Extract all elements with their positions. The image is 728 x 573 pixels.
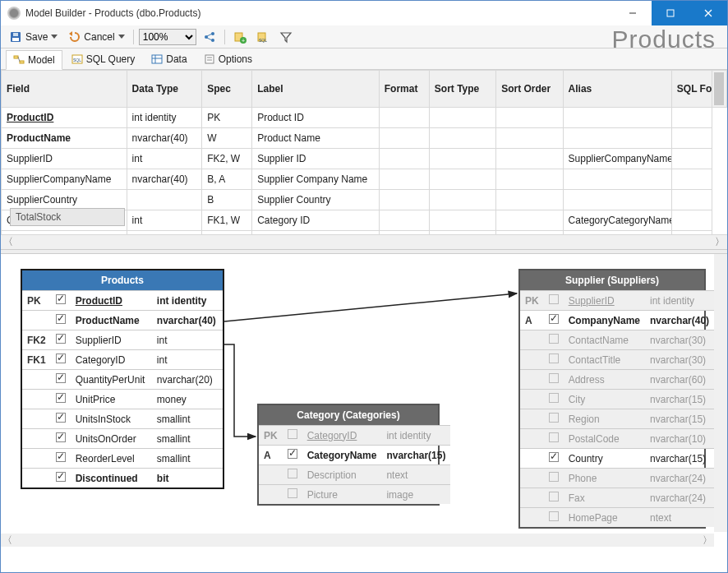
grid-vscroll[interactable] <box>712 71 726 108</box>
grid-cell[interactable] <box>671 231 712 235</box>
tab-data[interactable]: Data <box>144 49 194 69</box>
include-checkbox[interactable] <box>283 465 302 485</box>
entity-column[interactable]: FK2SupplierIDint <box>22 330 223 350</box>
include-checkbox[interactable] <box>51 390 71 409</box>
grid-cell[interactable]: CategoryCategoryName <box>2 231 127 235</box>
grid-cell[interactable] <box>563 190 671 210</box>
grid-cell[interactable] <box>563 231 671 235</box>
include-checkbox[interactable] <box>51 429 71 449</box>
canvas-hscroll[interactable]: 〈〉 <box>1 534 714 547</box>
grid-cell[interactable] <box>379 149 429 169</box>
floating-drag-field[interactable]: TotalStock <box>10 208 125 226</box>
grid-cell[interactable]: int identity <box>127 108 202 128</box>
grid-cell[interactable] <box>671 190 712 210</box>
grid-cell[interactable]: Product Name <box>252 128 380 149</box>
grid-cell[interactable] <box>496 108 563 128</box>
entity-column[interactable]: QuantityPerUnitnvarchar(20) <box>22 370 223 390</box>
include-checkbox[interactable] <box>544 390 564 409</box>
grid-header-cell[interactable]: SQL Fo <box>671 71 712 108</box>
grid-cell[interactable]: SupplierCountry <box>2 190 127 210</box>
grid-cell[interactable] <box>379 210 429 231</box>
grid-row[interactable]: SupplierIDintFK2, WSupplier IDSupplierCo… <box>2 149 727 169</box>
sql-column-button[interactable]: SQL <box>253 29 273 45</box>
grid-cell[interactable]: B, A <box>202 169 252 190</box>
grid-cell[interactable]: SupplierID <box>2 149 127 169</box>
grid-header-cell[interactable]: Data Type <box>127 71 202 108</box>
include-checkbox[interactable] <box>283 426 302 446</box>
include-checkbox[interactable] <box>283 446 302 465</box>
grid-cell[interactable]: Supplier ID <box>252 149 380 169</box>
grid-cell[interactable]: SupplierCompanyName <box>2 169 127 190</box>
filter-button[interactable] <box>276 29 296 45</box>
scroll-right-icon[interactable]: 〉 <box>701 534 714 548</box>
entity-column[interactable]: UnitPricemoney <box>22 390 223 409</box>
grid-cell[interactable]: ProductID <box>2 108 127 128</box>
grid-cell[interactable]: Category Name <box>252 231 380 235</box>
include-checkbox[interactable] <box>544 429 564 449</box>
grid-cell[interactable]: nvarchar(40) <box>127 169 202 190</box>
add-column-button[interactable]: + <box>230 29 250 45</box>
grid-cell[interactable]: Supplier Company Name <box>252 169 380 190</box>
grid-cell[interactable] <box>379 128 429 149</box>
grid-cell[interactable]: B, A <box>202 231 252 235</box>
entity-column[interactable]: PostalCodenvarchar(10) <box>520 429 714 449</box>
entity-column[interactable]: PKSupplierIDint identity <box>520 291 714 311</box>
grid-cell[interactable] <box>496 231 563 235</box>
entity-column[interactable]: Regionnvarchar(15) <box>520 409 714 429</box>
grid-cell[interactable] <box>379 231 429 235</box>
zoom-select[interactable]: 100% <box>139 29 196 45</box>
grid-row[interactable]: SupplierCountryBSupplier Country <box>2 190 727 210</box>
grid-cell[interactable] <box>671 169 712 190</box>
grid-cell[interactable] <box>429 169 495 190</box>
grid-cell[interactable] <box>563 128 671 149</box>
grid-cell[interactable] <box>379 169 429 190</box>
entity-column[interactable]: Citynvarchar(15) <box>520 390 714 409</box>
include-checkbox[interactable] <box>544 469 564 488</box>
grid-cell[interactable] <box>496 149 563 169</box>
grid-cell[interactable] <box>127 190 202 210</box>
entity-column[interactable]: FK1CategoryIDint <box>22 350 223 370</box>
canvas-vscroll[interactable] <box>714 254 727 532</box>
save-button[interactable]: Save <box>6 29 61 45</box>
grid-header-cell[interactable]: Sort Type <box>429 71 495 108</box>
include-checkbox[interactable] <box>51 469 71 488</box>
grid-cell[interactable] <box>429 108 495 128</box>
include-checkbox[interactable] <box>51 311 71 330</box>
grid-row[interactable]: ProductNamenvarchar(40)WProduct Name <box>2 128 727 149</box>
grid-cell[interactable] <box>379 190 429 210</box>
grid-cell[interactable] <box>671 108 712 128</box>
entity-column[interactable]: Addressnvarchar(60) <box>520 370 714 390</box>
grid-cell[interactable]: SupplierCompanyName <box>563 149 671 169</box>
minimize-button[interactable] <box>614 1 652 25</box>
grid-cell[interactable] <box>496 169 563 190</box>
entity-column[interactable]: ContactNamenvarchar(30) <box>520 330 714 350</box>
grid-cell[interactable]: Category ID <box>252 210 380 231</box>
entity-column[interactable]: Pictureimage <box>259 485 450 505</box>
grid-cell[interactable] <box>563 169 671 190</box>
grid-cell[interactable]: nvarchar(15) <box>127 231 202 235</box>
diagram-canvas[interactable]: Products PKProductIDint identityProductN… <box>1 254 727 547</box>
include-checkbox[interactable] <box>544 508 564 528</box>
cancel-button[interactable]: Cancel <box>64 29 127 45</box>
grid-header-cell[interactable]: Spec <box>202 71 252 108</box>
grid-cell[interactable]: int <box>127 149 202 169</box>
grid-cell[interactable] <box>429 128 495 149</box>
share-button[interactable] <box>200 29 219 45</box>
include-checkbox[interactable] <box>544 291 564 311</box>
entity-column[interactable]: Countrynvarchar(15) <box>520 449 714 469</box>
entity-column[interactable]: Phonenvarchar(24) <box>520 469 714 488</box>
entity-column[interactable]: Faxnvarchar(24) <box>520 488 714 508</box>
entity-category[interactable]: Category (Categories) PKCategoryIDint id… <box>257 404 440 506</box>
grid-cell[interactable]: CategoryCategoryName <box>563 210 671 231</box>
grid-cell[interactable] <box>671 210 712 231</box>
grid-cell[interactable] <box>429 190 495 210</box>
include-checkbox[interactable] <box>283 485 302 505</box>
grid-row[interactable]: CategoryCategoryNamenvarchar(15)B, ACate… <box>2 231 727 235</box>
entity-column[interactable]: ReorderLevelsmallint <box>22 449 223 469</box>
grid-cell[interactable]: ProductName <box>2 128 127 149</box>
entity-column[interactable]: PKCategoryIDint identity <box>259 426 450 446</box>
grid-header-cell[interactable]: Alias <box>563 71 671 108</box>
entity-column[interactable]: UnitsInStocksmallint <box>22 409 223 429</box>
maximize-button[interactable] <box>652 1 689 25</box>
grid-cell[interactable]: B <box>202 190 252 210</box>
